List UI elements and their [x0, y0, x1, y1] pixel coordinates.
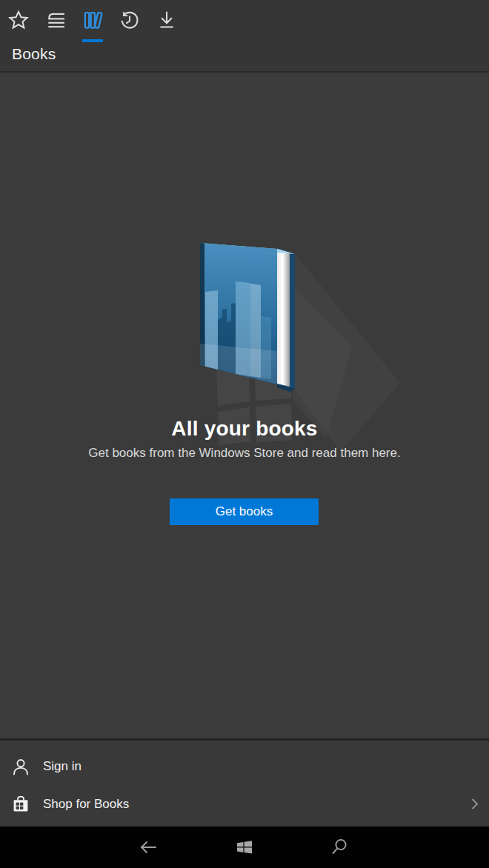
chevron-right-icon: [465, 794, 484, 813]
bottom-menu: Sign in Shop for Books: [0, 738, 489, 827]
search-icon: [328, 836, 350, 858]
start-button[interactable]: [233, 836, 256, 858]
tab-favorites[interactable]: [0, 7, 37, 40]
search-button[interactable]: [328, 836, 350, 858]
back-button[interactable]: [137, 836, 159, 858]
person-icon: [11, 757, 30, 776]
get-books-button[interactable]: Get books: [170, 498, 319, 525]
windows-logo-icon: [233, 836, 256, 858]
sign-in-label: Sign in: [43, 759, 82, 774]
tab-reading-list[interactable]: [37, 7, 74, 40]
shop-for-books-item[interactable]: Shop for Books: [0, 785, 489, 823]
sign-in-item[interactable]: Sign in: [0, 747, 489, 785]
book-graphic: [200, 243, 295, 392]
shop-for-books-label: Shop for Books: [43, 797, 129, 812]
history-icon: [119, 10, 140, 30]
empty-state-heading: All your books: [0, 417, 489, 441]
star-icon: [8, 10, 29, 30]
download-icon: [156, 10, 177, 30]
books-icon: [82, 10, 103, 30]
app-header: Books: [0, 0, 489, 73]
page-title: Books: [12, 45, 56, 63]
reading-list-icon: [45, 10, 66, 30]
hub-toolbar: [0, 7, 185, 40]
back-icon: [137, 836, 159, 858]
tab-books[interactable]: [74, 7, 111, 40]
tab-history[interactable]: [111, 7, 148, 40]
content-area: All your books Get books from the Window…: [0, 74, 489, 738]
tab-downloads[interactable]: [148, 7, 185, 40]
store-icon: [11, 795, 30, 814]
books-app-screen: Books: [0, 0, 489, 868]
system-navbar: [0, 827, 489, 868]
empty-state-subtitle: Get books from the Windows Store and rea…: [82, 445, 408, 462]
